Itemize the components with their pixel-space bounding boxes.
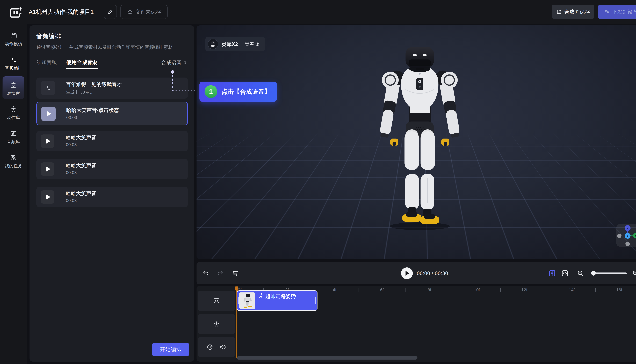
play-button[interactable] xyxy=(41,162,54,176)
motion-track-header[interactable] xyxy=(198,314,235,334)
clip-label: 超帅走路姿势 xyxy=(265,293,296,300)
clapperboard-icon xyxy=(10,32,17,39)
sidebar-label: 音频编排 xyxy=(0,65,27,71)
model-badge[interactable]: 灵犀X2 青春版 xyxy=(205,37,265,51)
zoom-slider-track[interactable] xyxy=(595,272,627,274)
audio-track-header[interactable] xyxy=(198,337,235,357)
expression-track-header[interactable] xyxy=(198,291,235,311)
ruler-label: 12f xyxy=(517,287,532,292)
ruler-tick xyxy=(453,288,453,292)
file-status-label: 文件未保存 xyxy=(135,8,161,16)
audio-card-title: 哈哈大笑声音-点击状态 xyxy=(66,107,119,114)
sidebar-item-expression-library[interactable]: 表情库 xyxy=(0,82,27,96)
step-number-badge: 1 xyxy=(205,85,217,98)
play-icon xyxy=(406,271,409,276)
sidebar-item-motion-library[interactable]: 动作库 xyxy=(0,106,27,120)
start-arrange-button[interactable]: 开始编排 xyxy=(152,343,189,356)
timeline-play-button[interactable] xyxy=(401,268,413,279)
audio-card[interactable]: 哈哈大笑声音 00:03 xyxy=(36,187,188,207)
person-icon xyxy=(10,106,17,113)
ruler-tick xyxy=(595,288,596,292)
timeline-clip-walk-pose[interactable]: 超帅走路姿势 xyxy=(237,290,317,311)
ruler-tick xyxy=(500,288,501,292)
audio-card-title: 哈哈大笑声音 xyxy=(66,162,96,169)
robot-download-icon xyxy=(604,9,610,15)
axis-gizmo[interactable]: Z Y X xyxy=(616,224,636,247)
clip-thumbnail xyxy=(239,292,255,309)
audio-card[interactable]: 哈哈大笑声音 00:03 xyxy=(36,159,188,179)
play-icon xyxy=(46,166,50,172)
clip-trim-handle-left[interactable] xyxy=(238,297,239,304)
zoom-out-button[interactable] xyxy=(577,270,584,277)
audio-card-status: 生成中 30% ... xyxy=(66,89,94,95)
pencil-icon xyxy=(108,9,113,14)
ruler-label: 10f xyxy=(469,287,484,292)
panel-description: 通过音频处理，生成音频素材以及融合动作和表情的音频编排素材 xyxy=(36,44,188,50)
sidebar-item-audio-arrange[interactable]: 音频编排 xyxy=(0,56,27,71)
model-name: 灵犀X2 xyxy=(221,41,238,48)
synthesize-voice-label: 合成语音 xyxy=(161,59,182,66)
auto-snap-toggle[interactable] xyxy=(548,270,556,277)
playback-toolbar: 00:00 / 00:30 xyxy=(196,262,636,284)
cloud-icon xyxy=(127,9,133,15)
project-title: A1机器人动作-我的项目1 xyxy=(29,0,94,24)
speaker-icon xyxy=(219,344,227,351)
task-list-clock-icon xyxy=(10,154,17,161)
redo-button[interactable] xyxy=(217,270,224,277)
badge-divider xyxy=(241,41,241,47)
play-button[interactable] xyxy=(41,134,54,148)
guide-tooltip[interactable]: 1 点击【合成语音】 xyxy=(199,82,277,102)
ruler-label: 8f xyxy=(422,287,437,292)
zoom-in-button[interactable] xyxy=(632,270,636,277)
ruler-tick xyxy=(406,288,406,292)
delete-button[interactable] xyxy=(232,270,239,277)
model-edition: 青春版 xyxy=(245,41,259,48)
synthesize-voice-link[interactable]: 合成语音 xyxy=(161,59,187,66)
audio-card[interactable]: 哈哈大笑声音 00:03 xyxy=(36,131,188,151)
sidebar-item-motion-mimic[interactable]: 动作模仿 xyxy=(0,32,27,47)
play-button[interactable] xyxy=(41,107,56,121)
play-icon xyxy=(46,138,50,144)
tab-add-audio[interactable]: 添加音频 xyxy=(36,59,57,66)
svg-text:Y: Y xyxy=(626,234,629,238)
synthesize-save-button[interactable]: 合成并保存 xyxy=(552,5,594,19)
ruler-label: 4f xyxy=(327,287,342,292)
fit-timeline-button[interactable] xyxy=(561,270,569,277)
robot-model[interactable] xyxy=(375,47,464,232)
robot-avatar xyxy=(208,39,218,49)
panel-title: 音频编排 xyxy=(36,32,61,40)
guide-dot xyxy=(171,70,174,74)
audio-arrange-panel: 音频编排 通过音频处理，生成音频素材以及融合动作和表情的音频编排素材 添加音频 … xyxy=(30,26,194,362)
deploy-to-device-label: 下发到设备 xyxy=(612,8,636,16)
sidebar-label: 动作模仿 xyxy=(0,41,27,47)
playhead-line[interactable] xyxy=(236,286,237,358)
audio-card-selected[interactable]: 哈哈大笑声音-点击状态 00:03 xyxy=(36,102,188,125)
rename-button[interactable] xyxy=(104,5,117,19)
sidebar-item-audio-library[interactable]: 音频库 xyxy=(0,130,27,145)
sidebar-item-my-tasks[interactable]: 我的任务 xyxy=(0,154,27,169)
file-status-button[interactable]: 文件未保存 xyxy=(120,5,168,19)
guide-dotted-line-horizontal xyxy=(172,90,199,91)
audio-card-title: 哈哈大笑声音 xyxy=(66,134,96,141)
walking-person-icon xyxy=(258,293,264,298)
audio-card-generating[interactable]: 百年难得一见的练武奇才 生成中 30% ... xyxy=(36,78,188,99)
music-disc-icon xyxy=(206,344,214,351)
audio-card-duration: 00:03 xyxy=(66,115,77,120)
tab-use-synth-material[interactable]: 使用合成素材 xyxy=(66,59,98,66)
sparkle-tile-icon xyxy=(41,81,55,95)
3d-viewport[interactable]: 灵犀X2 青春版 1 点击【合成语音】 Z Y X xyxy=(196,26,636,259)
undo-button[interactable] xyxy=(202,270,209,277)
ruler-label: 16f xyxy=(611,287,627,292)
svg-text:Z: Z xyxy=(626,226,629,230)
audio-card-duration: 00:03 xyxy=(66,170,77,175)
deploy-to-device-button[interactable]: 下发到设备 xyxy=(598,5,636,19)
app-window: A1机器人动作-我的项目1 文件未保存 合成并保存 下发 xyxy=(0,0,636,364)
sidebar-label: 动作库 xyxy=(0,115,27,120)
chevron-right-icon xyxy=(183,60,187,65)
play-icon xyxy=(47,111,51,116)
timeline-horizontal-scrollbar[interactable] xyxy=(237,356,418,360)
play-icon xyxy=(46,194,50,200)
svg-text:X: X xyxy=(634,234,636,238)
play-button[interactable] xyxy=(41,190,54,204)
clip-trim-handle-right[interactable] xyxy=(315,297,316,304)
